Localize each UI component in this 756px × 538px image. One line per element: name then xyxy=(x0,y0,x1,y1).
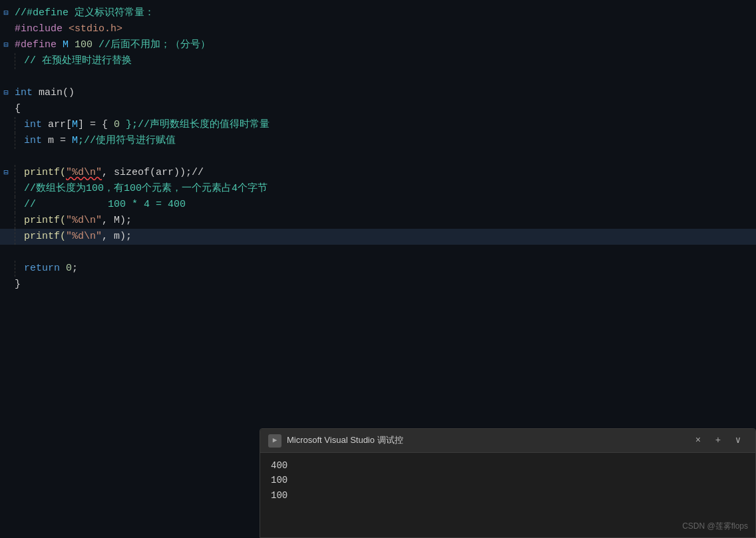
code-line: #include <stdio.h> xyxy=(0,21,756,37)
code-content: int arr[M] = { 0 };//声明数组长度的值得时常量 xyxy=(21,117,756,133)
indent-guide xyxy=(15,133,21,149)
code-content: } xyxy=(12,277,756,293)
fold-gutter xyxy=(0,277,12,293)
indent-guide xyxy=(15,165,21,181)
terminal-output-line: 100 xyxy=(271,488,745,503)
code-token: , M); xyxy=(102,215,132,226)
fold-gutter xyxy=(0,117,12,133)
code-content xyxy=(12,245,756,261)
fold-gutter xyxy=(0,21,12,37)
code-lines: ⊟//#define 定义标识符常量：#include <stdio.h>⊟#d… xyxy=(0,5,756,293)
code-token: M xyxy=(72,135,78,146)
fold-gutter[interactable]: ⊟ xyxy=(0,85,12,101)
code-token: ] = { xyxy=(78,119,114,130)
fold-indicator[interactable]: ⊟ xyxy=(3,7,8,20)
code-line: ⊟#define M 100 //后面不用加；（分号） xyxy=(0,37,756,53)
indent-guide xyxy=(15,213,21,229)
fold-gutter[interactable]: ⊟ xyxy=(0,165,12,181)
code-token: printf( xyxy=(24,231,66,242)
code-content: //数组长度为100，有100个元素，一个元素占4个字节 xyxy=(21,181,756,197)
code-token: M xyxy=(63,39,69,51)
fold-indicator[interactable]: ⊟ xyxy=(3,167,8,180)
code-token: , sizeof(arr));// xyxy=(102,167,204,178)
fold-gutter[interactable]: ⊟ xyxy=(0,5,12,21)
code-content: #include <stdio.h> xyxy=(12,21,756,37)
fold-gutter[interactable]: ⊟ xyxy=(0,37,12,53)
code-token: "%d\n" xyxy=(66,167,102,178)
code-line: //数组长度为100，有100个元素，一个元素占4个字节 xyxy=(0,181,756,197)
fold-gutter xyxy=(0,101,12,117)
code-token: int xyxy=(24,135,42,146)
code-token: int xyxy=(24,119,42,130)
code-token: int xyxy=(15,87,33,98)
code-content: //#define 定义标识符常量： xyxy=(12,5,756,21)
fold-gutter xyxy=(0,197,12,213)
indent-guide xyxy=(15,53,21,69)
terminal-output-line: 100 xyxy=(271,473,745,487)
code-token: // 在预处理时进行替换 xyxy=(24,55,132,67)
code-token: <stdio.h> xyxy=(69,23,122,35)
code-token: "%d\n" xyxy=(66,215,102,226)
code-token: m = xyxy=(42,135,72,146)
code-editor: ⊟//#define 定义标识符常量：#include <stdio.h>⊟#d… xyxy=(0,0,756,538)
code-content: printf("%d\n", m); xyxy=(21,229,756,245)
fold-gutter xyxy=(0,69,12,85)
code-line: int m = M;//使用符号进行赋值 xyxy=(0,133,756,149)
code-line xyxy=(0,69,756,85)
code-token: main() xyxy=(33,87,75,98)
code-token: };//声明数组长度的值得时常量 xyxy=(120,119,270,130)
code-line: // 在预处理时进行替换 xyxy=(0,53,756,69)
code-token: #define xyxy=(15,39,63,51)
code-content xyxy=(12,69,756,85)
code-token: } xyxy=(15,279,21,290)
code-line: } xyxy=(0,277,756,293)
code-line: { xyxy=(0,101,756,117)
fold-indicator[interactable]: ⊟ xyxy=(3,39,8,52)
terminal-header: ▶ Microsoft Visual Studio 调试控 × + ∨ xyxy=(260,429,755,453)
code-line: ⊟printf("%d\n", sizeof(arr));// xyxy=(0,165,756,181)
code-line xyxy=(0,149,756,165)
code-content: int main() xyxy=(12,85,756,101)
code-line: printf("%d\n", m); xyxy=(0,229,756,245)
code-token: printf( xyxy=(24,167,66,178)
terminal-output-line: 400 xyxy=(271,458,745,473)
terminal-body: 400100100 xyxy=(260,453,755,537)
fold-indicator[interactable]: ⊟ xyxy=(3,87,8,100)
fold-gutter xyxy=(0,229,12,245)
terminal-dropdown-button[interactable]: ∨ xyxy=(729,432,747,450)
code-content: int m = M;//使用符号进行赋值 xyxy=(21,133,756,149)
terminal-title: Microsoft Visual Studio 调试控 xyxy=(287,434,687,447)
fold-gutter xyxy=(0,245,12,261)
terminal-panel: ▶ Microsoft Visual Studio 调试控 × + ∨ 4001… xyxy=(260,428,756,538)
code-line: ⊟int main() xyxy=(0,85,756,101)
code-token: ; xyxy=(72,263,78,274)
fold-gutter xyxy=(0,213,12,229)
watermark: CSDN @莲雾flops xyxy=(682,520,748,533)
code-token: //后面不用加；（分号） xyxy=(98,39,210,51)
code-content: return 0; xyxy=(21,261,756,277)
code-content xyxy=(12,149,756,165)
code-token: 0 xyxy=(66,263,72,274)
code-token: printf( xyxy=(24,215,66,226)
indent-guide xyxy=(15,181,21,197)
terminal-close-button[interactable]: × xyxy=(689,432,707,450)
code-line: ⊟//#define 定义标识符常量： xyxy=(0,5,756,21)
indent-guide xyxy=(15,197,21,213)
code-token: 100 * 4 = 400 xyxy=(42,199,186,210)
code-line xyxy=(0,245,756,261)
code-content: // 100 * 4 = 400 xyxy=(21,197,756,213)
code-content: printf("%d\n", sizeof(arr));// xyxy=(21,165,756,181)
code-token: ;//使用符号进行赋值 xyxy=(78,135,176,146)
code-token: return xyxy=(24,263,66,274)
code-token: 0 xyxy=(114,119,120,130)
code-token: //#define 定义标识符常量： xyxy=(15,7,154,19)
fold-gutter xyxy=(0,133,12,149)
code-content: // 在预处理时进行替换 xyxy=(21,53,756,69)
code-token: arr[ xyxy=(42,119,72,130)
code-token: #include xyxy=(15,23,69,35)
code-token: "%d\n" xyxy=(66,231,102,242)
code-line: return 0; xyxy=(0,261,756,277)
code-token: { xyxy=(15,103,21,114)
terminal-add-button[interactable]: + xyxy=(709,432,727,450)
code-token: , m); xyxy=(102,231,132,242)
